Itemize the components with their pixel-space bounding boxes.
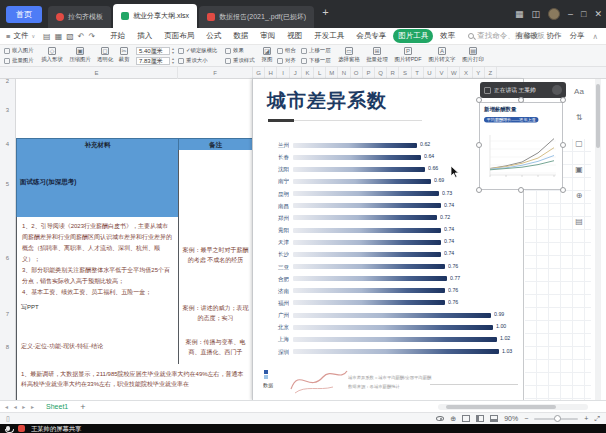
- cell-row6-main[interactable]: 1、2、引导阅读《2023行业薪酬白皮书》，主要从城市间薪酬差异和行业间薪酬区间…: [16, 217, 179, 300]
- column-header-K[interactable]: K: [302, 67, 314, 79]
- menu-item-视图[interactable]: 视图: [282, 29, 307, 43]
- zoom-out-button[interactable]: −: [524, 415, 528, 422]
- selection-handle[interactable]: [518, 187, 524, 193]
- column-header-J[interactable]: J: [290, 67, 302, 79]
- sheet-tab-sheet1[interactable]: Sheet1: [46, 403, 68, 410]
- collapse-ribbon-icon[interactable]: ∧: [593, 32, 599, 41]
- menu-right-分享[interactable]: 分享: [570, 31, 585, 41]
- column-header-V[interactable]: V: [436, 67, 448, 79]
- zoom-level[interactable]: 90%: [504, 415, 518, 422]
- print-icon[interactable]: ▦: [55, 32, 63, 41]
- field-value[interactable]: 7.83厘米: [136, 57, 170, 65]
- column-header-H[interactable]: H: [265, 67, 277, 79]
- maximize-button[interactable]: □: [581, 9, 586, 19]
- export-icon[interactable]: ▧: [66, 32, 74, 41]
- ribbon-button-抠图[interactable]: ◪抠图: [259, 45, 275, 67]
- selection-handle[interactable]: [518, 97, 524, 103]
- menu-item-公式[interactable]: 公式: [201, 29, 226, 43]
- height-field[interactable]: 5.40厘米▴▾: [134, 46, 174, 56]
- column-header-T[interactable]: T: [412, 67, 424, 79]
- ribbon-button-图片转PDF[interactable]: P图片转PDF: [391, 45, 425, 67]
- ribbon-button-重设大小[interactable]: 重设大小: [178, 56, 221, 66]
- swap-arrows-icon[interactable]: ⇅: [576, 113, 583, 122]
- cell-row8-note[interactable]: 案例：传播与变革、电商、直播化、西门子: [178, 329, 253, 365]
- file-menu[interactable]: ≡ 文件 ∨: [6, 31, 35, 41]
- column-header-Z[interactable]: Z: [485, 67, 497, 79]
- document-tab-1[interactable]: 就业分享大纲.xlsx: [113, 4, 197, 28]
- redo-icon[interactable]: ↷: [88, 32, 95, 41]
- menu-item-审阅[interactable]: 审阅: [255, 29, 280, 43]
- column-header-I[interactable]: I: [277, 67, 289, 79]
- ribbon-button-批量图片[interactable]: 批量图片: [4, 56, 36, 66]
- vertical-scrollbar[interactable]: [595, 79, 601, 400]
- ribbon-button-下移一层[interactable]: 下移一层: [301, 56, 333, 66]
- cell-row5-note[interactable]: [178, 150, 253, 218]
- column-header-X[interactable]: X: [460, 67, 472, 79]
- cell-row5-main[interactable]: 面试练习(加深思考): [16, 150, 179, 218]
- selection-handle[interactable]: [476, 97, 482, 103]
- fullscreen-icon[interactable]: ⤢: [594, 415, 600, 423]
- ribbon-button-图片转文字[interactable]: A图片转文字: [425, 45, 459, 67]
- horizontal-scrollbar-thumb[interactable]: [446, 405, 556, 409]
- ribbon-button-组合[interactable]: 组合: [277, 46, 297, 56]
- document-tab-2[interactable]: 数据报告(2021_.pdf(已损坏): [199, 6, 314, 28]
- ribbon-button-裁剪[interactable]: ✂裁剪: [116, 45, 132, 67]
- column-header-G[interactable]: G: [253, 67, 265, 79]
- column-header-W[interactable]: W: [448, 67, 460, 79]
- spinner-arrows[interactable]: ▴▾: [172, 47, 174, 55]
- menu-item-图片工具[interactable]: 图片工具: [393, 29, 433, 43]
- column-header-U[interactable]: U: [424, 67, 436, 79]
- menu-right-有修改[interactable]: 有修改: [516, 31, 539, 41]
- text-format-icon[interactable]: Aa: [574, 87, 584, 96]
- mini-line-chart-object[interactable]: 新增薪酬数量 平均薪酬增长——逐年上涨: [479, 102, 563, 190]
- normal-view-icon[interactable]: [462, 415, 470, 422]
- clipboard-icon[interactable]: ▯: [6, 415, 10, 423]
- column-header-P[interactable]: P: [363, 67, 375, 79]
- page-layout-view-icon[interactable]: [476, 415, 484, 422]
- add-sheet-button[interactable]: +: [80, 402, 85, 412]
- ribbon-button-选择窗格[interactable]: ▭选择窗格: [335, 45, 363, 67]
- eye-protection-icon[interactable]: [436, 416, 444, 421]
- new-tab-button[interactable]: +: [322, 6, 328, 18]
- page-break-view-icon[interactable]: [490, 415, 498, 422]
- sheet-nav-arrows[interactable]: ◂ ◂ ▸ ▸: [5, 403, 36, 410]
- menu-item-数据[interactable]: 数据: [228, 29, 253, 43]
- selection-handle[interactable]: [476, 142, 482, 148]
- field-value[interactable]: 5.40厘米: [136, 47, 170, 55]
- selection-handle[interactable]: [476, 187, 482, 193]
- cell-row7-main[interactable]: 写PPT: [16, 299, 179, 330]
- horizontal-scrollbar[interactable]: [438, 404, 588, 410]
- ribbon-button-插入形状[interactable]: ◇插入形状: [38, 45, 66, 67]
- ribbon-button-效果[interactable]: 效果: [225, 46, 257, 56]
- home-button[interactable]: 首页: [6, 6, 42, 23]
- row-header-3[interactable]: 3: [0, 107, 15, 113]
- menu-item-插入[interactable]: 插入: [132, 29, 157, 43]
- undo-icon[interactable]: ↶: [78, 32, 85, 41]
- menu-item-开始[interactable]: 开始: [105, 29, 130, 43]
- minimize-button[interactable]: –: [568, 9, 573, 19]
- document-icon[interactable]: ▤: [575, 217, 583, 226]
- column-header-M[interactable]: M: [326, 67, 338, 79]
- ribbon-button-压缩图片[interactable]: ▣压缩图片: [66, 45, 94, 67]
- column-header-S[interactable]: S: [399, 67, 411, 79]
- row-header-8[interactable]: 8: [0, 344, 15, 350]
- row-header-2[interactable]: 2: [0, 78, 15, 84]
- ribbon-button-上移一层[interactable]: 上移一层: [301, 46, 333, 56]
- zoom-slider[interactable]: [534, 418, 578, 420]
- cell-row8-main[interactable]: 定义-定位-功能-现状-特征-结论: [16, 329, 179, 365]
- document-tab-0[interactable]: 拉勾齐模板: [48, 6, 111, 28]
- row-header-4[interactable]: 4: [0, 141, 15, 147]
- avatar[interactable]: [548, 8, 560, 20]
- cell-row7-note[interactable]: 案例：讲述的威力；表现的态度；实习: [178, 299, 253, 330]
- cell-row6-note[interactable]: 案例：最早之时对于薪酬的考虑 不成名的经历: [178, 217, 253, 300]
- row-header-6[interactable]: 6: [0, 255, 15, 261]
- ribbon-button-✓锁定纵横比[interactable]: ✓锁定纵横比: [178, 46, 221, 56]
- row-header-7[interactable]: 7: [0, 311, 15, 317]
- zoom-in-button[interactable]: +: [584, 415, 588, 422]
- column-header-R[interactable]: R: [387, 67, 399, 79]
- width-field[interactable]: 7.83厘米▴▾: [134, 56, 174, 66]
- column-header-Q[interactable]: Q: [375, 67, 387, 79]
- layout-icon[interactable]: ◫: [531, 9, 540, 19]
- close-button[interactable]: ✕: [594, 9, 602, 19]
- menu-item-开发工具[interactable]: 开发工具: [309, 29, 349, 43]
